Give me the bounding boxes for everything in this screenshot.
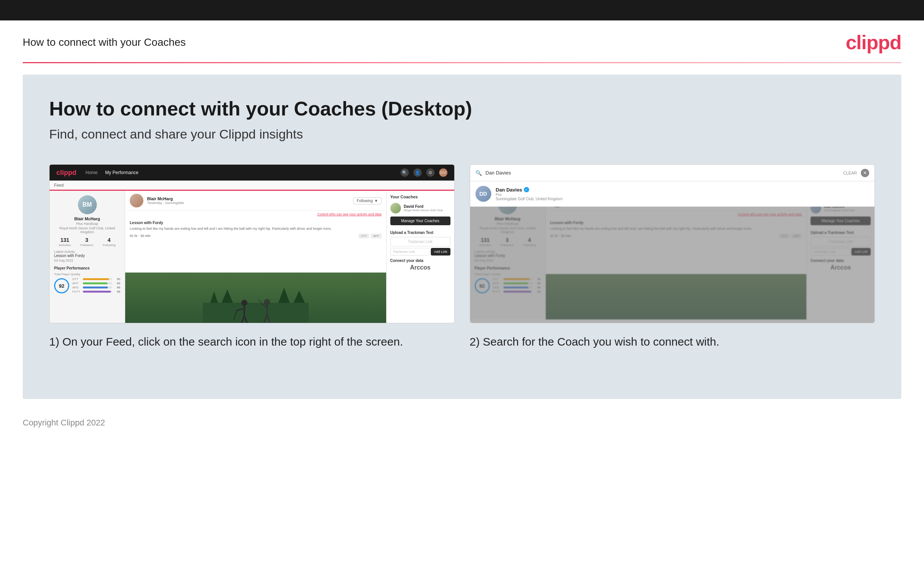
mock-search-bar[interactable]: 🔍 Dan Davies CLEAR ✕ [470,165,875,181]
user-nav-icon[interactable]: 👤 [413,169,422,177]
bar-ott: OTT 90 [72,278,120,281]
golf-silhouette [203,280,309,323]
mock-body-1: BM Blair McHarg Plus Handicap Royal Nort… [50,191,454,323]
svg-point-12 [264,299,270,305]
mock-nav-home: Home [86,170,97,175]
footer: Copyright Clippd 2022 [0,410,924,435]
mock-control-link-1[interactable]: Control who can see your activity and da… [125,211,386,218]
search-close-btn[interactable]: ✕ [861,169,869,177]
mock-user-name-1: Blair McHarg [54,216,120,221]
screenshot-panel-1: clippd Home My Performance 🔍 👤 ⚙ BM Feed [49,164,455,350]
caption-2: 2) Search for the Coach you wish to conn… [470,334,875,350]
mock-stat-followers: 3 Followers [80,237,93,247]
mock-middle-panel-1: Blair McHarg Yesterday · Sunningdale Fol… [125,191,386,323]
svg-point-6 [241,300,248,306]
mock-lesson-1: Lesson with Fordy Looking to feel like m… [125,218,386,242]
trackman-input-1[interactable]: Trackman Link [390,237,450,247]
bar-putt: PUTT 96 [72,290,120,293]
result-info: Dan Davies ✓ Pro Sunningdale Golf Club, … [496,187,563,201]
logo: clippd [846,31,901,54]
mock-coach-card-1: David Ford Royal North Devon Golf Club [390,203,450,213]
mock-right-panel-1: Your Coaches David Ford Royal North Devo… [386,191,454,323]
search-input-text[interactable]: Dan Davies [485,170,840,175]
main-content: How to connect with your Coaches (Deskto… [23,75,901,399]
settings-nav-icon[interactable]: ⚙ [426,169,435,177]
mock-coach-card-info-1: David Ford Royal North Devon Golf Club [404,205,443,212]
mock-latest-activity-1: Latest Activity Lesson with Fordy 03 Aug… [54,250,120,262]
mock-coach-info-1: Blair McHarg Yesterday · Sunningdale [147,196,350,205]
mock-left-panel-1: BM Blair McHarg Plus Handicap Royal Nort… [50,191,125,323]
avatar-nav-icon[interactable]: BM [439,169,447,177]
search-clear-btn[interactable]: CLEAR [843,171,857,175]
mock-user-stats-1: 131 Activities 3 Followers 4 Following [54,237,120,247]
svg-marker-4 [293,291,305,303]
main-subtitle: Find, connect and share your Clippd insi… [49,127,875,141]
mock-circle-score: 92 OTT 90 APP [54,278,120,294]
mock-stat-activities: 131 Activities [59,237,71,247]
screenshot-panel-2: clippd Home My Performance 🔍 👤 ⚙ BM Feed [470,164,875,350]
mock-nav-links-1: Home My Performance [86,170,138,175]
search-icon-2: 🔍 [476,170,482,176]
svg-marker-1 [210,291,218,303]
top-bar [0,0,924,20]
trackman-sub-1: Trackman Link Add Link [390,248,450,255]
svg-rect-0 [203,303,309,323]
mock-screen-1: clippd Home My Performance 🔍 👤 ⚙ BM Feed [49,164,455,323]
bar-arg: ARG 86 [72,286,120,289]
result-name: Dan Davies ✓ [496,187,563,193]
result-club: Sunningdale Golf Club, United Kingdom [496,197,563,201]
page-title: How to connect with your Coaches [23,36,186,49]
header-divider [23,62,901,63]
trackman-add-btn-1[interactable]: Add Link [431,248,450,255]
mock-coach-avatar-1 [130,194,143,208]
result-avatar: DD [476,186,491,202]
mock-user-location-1: Royal North Devon Golf Club, United King… [54,226,120,234]
mock-duration-1: 01 hr : 30 min OTT APP [130,234,382,239]
screenshots-row: clippd Home My Performance 🔍 👤 ⚙ BM Feed [49,164,875,350]
manage-coaches-btn-1[interactable]: Manage Your Coaches [390,216,450,225]
mock-nav-performance: My Performance [105,170,138,175]
mock-user-handicap-1: Plus Handicap [54,222,120,226]
mock-btns-1: OTT APP [359,234,381,239]
svg-marker-2 [222,289,233,303]
copyright-text: Copyright Clippd 2022 [23,418,105,427]
mock-golf-image-1 [125,273,386,323]
search-nav-icon[interactable]: 🔍 [401,169,409,177]
header: How to connect with your Coaches clippd [0,20,924,62]
mock-stat-following: 4 Following [103,237,116,247]
mock-feed-header-1: Blair McHarg Yesterday · Sunningdale Fol… [125,191,386,211]
svg-marker-3 [278,288,290,303]
caption-1: 1) On your Feed, click on the search ico… [49,334,455,350]
mock-nav-1: clippd Home My Performance 🔍 👤 ⚙ BM [50,165,454,180]
mock-search-result[interactable]: DD Dan Davies ✓ Pro Sunningdale Golf Clu… [470,181,875,207]
mock-following-btn-1[interactable]: Following ▼ [353,197,381,205]
mock-performance-1: Player Performance Total Player Quality … [54,266,120,294]
coach-avatar-sm-1 [390,203,401,213]
mock-screen-2: clippd Home My Performance 🔍 👤 ⚙ BM Feed [470,164,875,323]
mock-user-avatar-1: BM [78,195,97,214]
verified-badge: ✓ [524,187,529,192]
mock-feed-tab-1[interactable]: Feed [50,180,454,191]
mock-nav-icons-1: 🔍 👤 ⚙ BM [401,169,447,177]
result-role: Pro [496,193,563,197]
score-circle: 92 [54,278,69,293]
btn-off-1[interactable]: OTT [359,234,369,239]
mock-logo-1: clippd [57,169,76,177]
main-title: How to connect with your Coaches (Deskto… [49,97,875,120]
mock-bars: OTT 90 APP 85 [72,278,120,294]
trackman-field-1[interactable]: Trackman Link [390,248,430,255]
btn-app-1[interactable]: APP [371,234,381,239]
bar-app: APP 85 [72,282,120,285]
